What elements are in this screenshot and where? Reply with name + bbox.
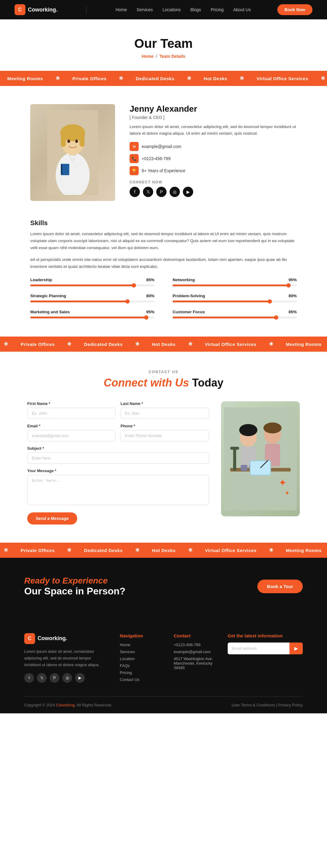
newsletter-row: ▶ [228, 643, 303, 654]
breadcrumb-current: Team Details [159, 54, 185, 59]
footer-nav-home[interactable]: Home [120, 643, 162, 647]
team-section: Jenny Alexander [ Founder & CEO ] Lorem … [18, 104, 309, 201]
footer-instagram-icon[interactable]: ◎ [62, 673, 72, 683]
phone-label: Phone * [120, 424, 209, 428]
contact-illustration: ✦ ✦ [224, 407, 297, 510]
ticker-item: Virtual Office Services [205, 548, 257, 553]
phone-contact: 📞 +0123-456-789 [129, 154, 297, 163]
footer-pinterest-icon[interactable]: P [50, 673, 59, 683]
skill-customer-focus: Customer Focus 85% [173, 310, 297, 318]
footer-brand: C Coworking. Lorem ipsum dolor sit amet,… [24, 633, 108, 684]
footer: C Coworking. Lorem ipsum dolor sit amet,… [0, 615, 327, 713]
ticker-item: Dedicated Desks [136, 76, 174, 81]
book-tour-button[interactable]: Book a Tour [257, 580, 303, 593]
message-textarea[interactable] [27, 475, 209, 505]
footer-bottom: Copyright © 2024 Coworking. All Rights R… [24, 697, 303, 713]
skill-marketing: Marketing and Sales 95% [30, 310, 154, 318]
footer-youtube-icon[interactable]: ▶ [75, 673, 85, 683]
svg-rect-6 [79, 133, 85, 147]
footer-logo-icon: C [24, 633, 35, 644]
ticker-item: Dedicated Desks [84, 342, 123, 347]
footer-social: f 𝕏 P ◎ ▶ [24, 673, 108, 683]
footer-nav-pricing[interactable]: Pricing [120, 670, 162, 675]
form-row-message: Your Message * [27, 468, 209, 505]
nav-services[interactable]: Services [137, 7, 153, 12]
footer-nav-services[interactable]: Services [120, 650, 162, 654]
phone-value: +0123-456-789 [142, 156, 171, 161]
svg-rect-10 [61, 164, 62, 175]
ticker-item: Hot Desks [204, 76, 228, 81]
ticker-item: Virtual Office Services [257, 76, 308, 81]
skill-label: Customer Focus [173, 310, 205, 314]
cta-heading: Our Space in Person? [24, 586, 125, 597]
nav-home[interactable]: Home [116, 7, 127, 12]
phone-input[interactable] [120, 430, 209, 441]
email-icon: ✉ [129, 142, 139, 151]
team-photo-placeholder [30, 104, 115, 201]
book-now-button[interactable]: Book Now [277, 4, 313, 15]
nav-pricing[interactable]: Pricing [211, 7, 224, 12]
form-row-email-phone: Email * Phone * [27, 424, 209, 441]
skills-heading: Skills [30, 219, 297, 227]
page-hero: Our Team Home / Team Details [0, 19, 327, 71]
form-field-lastname: Last Name * [120, 401, 209, 419]
newsletter-submit-button[interactable]: ▶ [290, 643, 303, 654]
footer-nav-faqs[interactable]: FAQs [120, 663, 162, 668]
footer-terms-link[interactable]: User Terms & Conditions | Privacy Policy [232, 703, 303, 707]
svg-text:✦: ✦ [285, 490, 290, 496]
team-info: Jenny Alexander [ Founder & CEO ] Lorem … [129, 104, 297, 197]
ticker-inner-3: ✳ Private Offices ✳ Dedicated Desks ✳ Ho… [0, 547, 327, 554]
cta-section: Ready to Experience Our Space in Person?… [0, 558, 327, 615]
subject-input[interactable] [27, 453, 209, 464]
footer-twitter-icon[interactable]: 𝕏 [37, 673, 47, 683]
footer-logo-name: Coworking. [37, 635, 67, 642]
nav-blogs[interactable]: Blogs [190, 7, 201, 12]
skill-pct: 95% [146, 310, 154, 314]
nav-aboutus[interactable]: About Us [233, 7, 251, 12]
youtube-icon[interactable]: ▶ [183, 187, 193, 197]
contact-grid: First Name * Last Name * Email * Phone * [27, 401, 300, 525]
footer-nav-links: Home Services Location FAQs Pricing Cont… [120, 643, 162, 682]
footer-facebook-icon[interactable]: f [24, 673, 34, 683]
svg-rect-13 [233, 447, 236, 471]
team-bio: Lorem ipsum dolor sit amet, consectetur … [129, 123, 297, 136]
footer-newsletter-heading: Get the latest information [228, 633, 303, 638]
logo[interactable]: C Coworking. [14, 4, 58, 15]
pinterest-icon[interactable]: P [156, 187, 167, 197]
email-input[interactable] [27, 430, 116, 441]
skill-leadership: Leadership 85% [30, 278, 154, 286]
send-message-button[interactable]: Send a Message [27, 513, 77, 525]
footer-logo: C Coworking. [24, 633, 108, 644]
ticker-middle: ✳ Private Offices ✳ Dedicated Desks ✳ Ho… [0, 337, 327, 352]
footer-nav-contact[interactable]: Contact Us [120, 677, 162, 682]
nav-links: Home Services Locations Blogs Pricing Ab… [116, 7, 251, 12]
navbar: C Coworking. Home Services Locations Blo… [0, 0, 327, 19]
breadcrumb-home[interactable]: Home [142, 54, 153, 59]
ticker-item: Meeting Rooms [286, 342, 322, 347]
twitter-icon[interactable]: 𝕏 [143, 187, 153, 197]
form-field-subject: Subject * [27, 446, 209, 464]
footer-nav-location[interactable]: Location [120, 656, 162, 661]
skill-label: Strategic Planning [30, 293, 66, 298]
footer-newsletter-col: Get the latest information ▶ [228, 633, 303, 684]
skills-bio2: ed ut perspiciatis unde omnis iste natus… [30, 256, 297, 270]
subject-label: Subject * [27, 446, 209, 451]
ticker-item: Private Offices [21, 342, 55, 347]
newsletter-input[interactable] [228, 643, 290, 654]
contact-section-label: CONTACT US [18, 370, 309, 374]
svg-point-16 [239, 424, 257, 436]
ticker-item: Virtual Office Services [205, 342, 257, 347]
nav-locations[interactable]: Locations [162, 7, 181, 12]
team-name: Jenny Alexander [129, 104, 297, 114]
email-contact: ✉ example@gmail.com [129, 142, 297, 151]
footer-contact-col: Contact +0123-456-789 example@gmail.com … [174, 633, 215, 684]
facebook-icon[interactable]: f [129, 187, 140, 197]
footer-legal-links[interactable]: User Terms & Conditions | Privacy Policy [232, 703, 303, 707]
lastname-input[interactable] [120, 408, 209, 419]
contact-section: CONTACT US Connect with Us Today First N… [0, 352, 327, 542]
ticker-item: Hot Desks [152, 548, 176, 553]
firstname-input[interactable] [27, 408, 116, 419]
form-row-subject: Subject * [27, 446, 209, 464]
instagram-icon[interactable]: ◎ [170, 187, 180, 197]
connect-label: CONNECT NOW [129, 180, 297, 184]
